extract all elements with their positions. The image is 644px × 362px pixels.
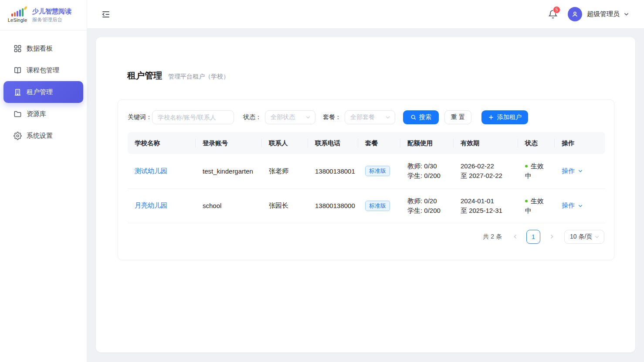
sidebar: LeSingle 少儿智慧阅读 服务管理后台 数据看板 课程包管理 [0, 0, 87, 362]
status-dot-icon [525, 165, 528, 167]
contact-cell: 张园长 [262, 188, 308, 223]
notification-bell-icon[interactable]: 5 [548, 9, 558, 20]
school-name-link[interactable]: 测试幼儿园 [135, 167, 167, 174]
quota-teacher: 教师: 0/30 [407, 161, 454, 171]
search-button[interactable]: 搜索 [403, 110, 439, 124]
row-actions-label: 操作 [562, 201, 575, 210]
brand-logo-icon: LeSingle [6, 8, 29, 23]
plan-filter-label: 套餐： [323, 113, 341, 121]
sidebar-item-label: 数据看板 [27, 44, 53, 53]
row-actions-dropdown[interactable]: 操作 [562, 167, 583, 175]
chevron-left-icon [512, 234, 518, 239]
brand: LeSingle 少儿智慧阅读 服务管理后台 [0, 0, 87, 31]
column-header-validity: 有效期 [454, 132, 518, 154]
plan-select[interactable]: 全部套餐 [345, 110, 395, 124]
column-header-plan: 套餐 [358, 132, 400, 154]
sidebar-collapse-icon[interactable] [101, 10, 111, 19]
app-root: LeSingle 少儿智慧阅读 服务管理后台 数据看板 课程包管理 [0, 0, 644, 362]
page-size-value: 10 条/页 [570, 233, 592, 241]
add-tenant-button-label: 添加租户 [497, 113, 522, 121]
logo-leaf-icon [24, 6, 27, 10]
chevron-down-icon [578, 203, 583, 208]
folder-icon [13, 109, 22, 118]
search-button-label: 搜索 [419, 113, 431, 121]
pagination-prev-button[interactable] [509, 231, 521, 242]
gear-icon [13, 131, 22, 140]
brand-title: 少儿智慧阅读 [32, 7, 71, 15]
sidebar-item-resources[interactable]: 资源库 [3, 103, 83, 125]
quota-cell: 教师: 0/30 学生: 0/200 [400, 154, 454, 188]
status-select[interactable]: 全部状态 [265, 110, 315, 124]
add-tenant-button[interactable]: 添加租户 [481, 110, 528, 124]
tenant-panel: 关键词： 状态： 全部状态 套餐： 全部套餐 [118, 99, 614, 260]
sidebar-item-tenants[interactable]: 租户管理 [3, 81, 83, 103]
phone-cell: 13800138000 [308, 188, 358, 223]
plus-icon [488, 114, 494, 120]
column-header-school: 学校名称 [128, 132, 196, 154]
tenant-table: 学校名称 登录账号 联系人 联系电话 套餐 配额使用 有效期 状态 操作 测试幼… [128, 132, 605, 223]
column-header-actions: 操作 [555, 132, 605, 154]
page-title: 租户管理 [127, 70, 162, 82]
status-dot-icon [525, 200, 528, 202]
building-icon [13, 88, 22, 96]
account-cell: school [196, 188, 262, 223]
user-menu-chevron-down-icon[interactable] [624, 11, 629, 17]
status-cell: 生效中 [518, 188, 555, 223]
content-card: 租户管理 管理平台租户（学校） 关键词： 状态： 全部状态 套餐： 全部套餐 [96, 37, 635, 352]
page-head: 租户管理 管理平台租户（学校） [127, 70, 229, 82]
column-header-quota: 配额使用 [400, 132, 454, 154]
sidebar-item-label: 系统设置 [27, 132, 53, 140]
topbar: 5 超级管理员 [87, 0, 644, 29]
chevron-down-icon [385, 115, 390, 120]
logo-bars-icon [11, 8, 24, 17]
chevron-right-icon [549, 234, 555, 239]
column-header-phone: 联系电话 [308, 132, 358, 154]
sidebar-item-dashboard[interactable]: 数据看板 [3, 38, 83, 59]
table-header: 学校名称 登录账号 联系人 联系电话 套餐 配额使用 有效期 状态 操作 [128, 132, 605, 154]
book-icon [13, 66, 22, 75]
status-badge: 生效中 [525, 197, 544, 214]
validity-cell: 2024-01-01 至 2025-12-31 [454, 188, 518, 223]
validity-cell: 2026-02-22 至 2027-02-22 [454, 154, 518, 188]
sidebar-item-label: 资源库 [27, 110, 46, 118]
sidebar-item-label: 租户管理 [27, 88, 53, 96]
status-select-value: 全部状态 [271, 113, 295, 121]
brand-subtitle: 服务管理后台 [32, 17, 71, 23]
notification-count-badge: 5 [553, 6, 560, 14]
column-header-status: 状态 [518, 132, 555, 154]
keyword-label: 关键词： [128, 113, 152, 121]
pagination-page-1[interactable]: 1 [526, 230, 540, 244]
page-size-select[interactable]: 10 条/页 [564, 230, 604, 244]
username-label[interactable]: 超级管理员 [587, 10, 620, 18]
plan-tag: 标准版 [365, 201, 390, 211]
reset-button[interactable]: 重 置 [444, 110, 471, 124]
quota-student: 学生: 0/200 [407, 171, 454, 181]
status-filter-label: 状态： [243, 113, 261, 121]
sidebar-item-course-packages[interactable]: 课程包管理 [3, 59, 83, 81]
valid-from: 2026-02-22 [461, 161, 518, 171]
valid-from: 2024-01-01 [461, 196, 518, 206]
search-icon [410, 114, 417, 120]
quota-cell: 教师: 0/20 学生: 0/200 [400, 188, 454, 223]
sidebar-menu: 数据看板 课程包管理 租户管理 资源库 [0, 31, 87, 147]
page-subtitle: 管理平台租户（学校） [168, 73, 229, 81]
pagination: 共 2 条 1 10 条/页 [128, 230, 604, 244]
chevron-down-icon [578, 168, 583, 174]
school-name-link[interactable]: 月亮幼儿园 [135, 201, 167, 209]
chevron-down-icon [594, 234, 600, 239]
quota-teacher: 教师: 0/20 [407, 196, 454, 206]
phone-cell: 13800138001 [308, 154, 358, 188]
valid-to: 至 2025-12-31 [461, 206, 518, 215]
contact-cell: 张老师 [262, 154, 308, 188]
brand-logo-text: LeSingle [8, 17, 27, 23]
row-actions-label: 操作 [562, 167, 575, 175]
status-badge: 生效中 [525, 162, 544, 179]
row-actions-dropdown[interactable]: 操作 [562, 201, 583, 210]
quota-student: 学生: 0/200 [407, 206, 454, 215]
sidebar-item-settings[interactable]: 系统设置 [3, 125, 83, 147]
pagination-next-button[interactable] [546, 231, 557, 242]
user-avatar[interactable] [568, 7, 582, 21]
keyword-input[interactable] [152, 110, 234, 124]
filter-bar: 关键词： 状态： 全部状态 套餐： 全部套餐 [128, 110, 604, 124]
table-row: 测试幼儿园 test_kindergarten 张老师 13800138001 … [128, 154, 605, 188]
